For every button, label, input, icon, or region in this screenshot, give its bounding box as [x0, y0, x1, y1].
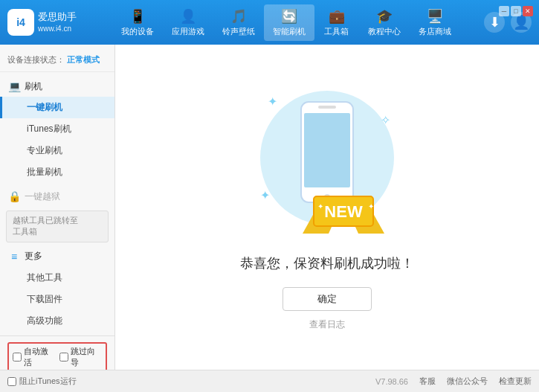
itunes-checkbox-label[interactable]: 阻止iTunes运行 [7, 376, 77, 387]
sidebar-item-other-tools[interactable]: 其他工具 [0, 267, 114, 289]
sidebar-section-more: ≡ 更多 其他工具 下载固件 高级功能 [0, 246, 114, 332]
auto-activate-option[interactable]: 自动激活 [13, 346, 55, 368]
status-bar: 设备连接状态： 正常模式 [0, 51, 114, 72]
ringtones-label: 铃声壁纸 [222, 26, 255, 37]
bottom-bar: 阻止iTunes运行 V7.98.66 客服 微信公众号 检查更新 [0, 370, 539, 392]
new-badge: NEW ✦ ✦ [303, 185, 384, 236]
logo-icon: i4 [7, 9, 34, 36]
jailbreak-notice: 越狱工具已跳转至工具箱 [6, 211, 109, 242]
status-value: 正常模式 [67, 55, 100, 64]
more-section-label: 更多 [25, 250, 42, 263]
tools-label: 工具箱 [324, 26, 349, 37]
svg-rect-2 [318, 106, 336, 109]
confirm-button[interactable]: 确定 [283, 287, 372, 311]
bottom-right: V7.98.66 客服 微信公众号 检查更新 [375, 376, 532, 387]
maximize-btn[interactable]: □ [511, 6, 521, 16]
bottom-link-wechat[interactable]: 微信公众号 [447, 376, 488, 387]
sidebar-item-download-firmware[interactable]: 下载固件 [0, 289, 114, 310]
my-device-label: 我的设备 [121, 26, 154, 37]
ringtones-icon: 🎵 [230, 8, 247, 25]
jailbreak-section-icon: 🔒 [7, 190, 21, 203]
sidebar-item-pro-flash[interactable]: 专业刷机 [0, 140, 114, 161]
itunes-label: 阻止iTunes运行 [19, 376, 77, 387]
auto-activate-checkbox[interactable] [13, 353, 22, 362]
close-btn[interactable]: ✕ [523, 6, 533, 16]
illustration: ✦ ✧ ✦ NEW [245, 83, 409, 240]
more-section-title[interactable]: ≡ 更多 [0, 246, 114, 267]
auto-guide-label: 跳过向导 [71, 346, 102, 368]
device-section: 自动激活 跳过向导 📱 iPhone 15 Pro Max 512GB iPho… [0, 335, 114, 370]
nav-tabs: 📱 我的设备 👤 应用游戏 🎵 铃声壁纸 🔄 智能刷机 💼 工具箱 🎓 [88, 4, 484, 41]
nav-tab-apps-games[interactable]: 👤 应用游戏 [163, 4, 213, 41]
sidebar-item-advanced[interactable]: 高级功能 [0, 310, 114, 332]
svg-text:NEW: NEW [324, 202, 363, 221]
auto-guide-option[interactable]: 跳过向导 [59, 346, 102, 368]
tools-icon: 💼 [329, 8, 345, 25]
nav-tab-smart-flash[interactable]: 🔄 智能刷机 [264, 4, 314, 41]
tutorials-icon: 🎓 [376, 8, 393, 25]
main-layout: 设备连接状态： 正常模式 💻 刷机 一键刷机 iTunes刷机 专业刷机 批量刷… [0, 45, 539, 370]
sidebar-item-one-click-flash[interactable]: 一键刷机 [0, 97, 114, 118]
header: i4 爱思助手 www.i4.cn 📱 我的设备 👤 应用游戏 🎵 铃声壁纸 🔄 [0, 0, 539, 45]
auto-options: 自动激活 跳过向导 [7, 342, 107, 370]
view-log-button[interactable]: 查看日志 [309, 318, 345, 331]
flash-section-label: 刷机 [25, 80, 42, 93]
svg-text:✦: ✦ [368, 202, 374, 211]
jailbreak-section-title: 🔒 一键越狱 [0, 186, 114, 207]
sidebar-section-flash: 💻 刷机 一键刷机 iTunes刷机 专业刷机 批量刷机 [0, 76, 114, 183]
service-label: 务店商域 [419, 26, 451, 37]
sidebar-section-jailbreak: 🔒 一键越狱 越狱工具已跳转至工具箱 [0, 186, 114, 242]
itunes-checkbox[interactable] [7, 377, 16, 386]
tutorials-label: 教程中心 [368, 26, 401, 37]
sparkle-1: ✦ [268, 94, 277, 109]
sidebar-item-batch-flash[interactable]: 批量刷机 [0, 161, 114, 183]
status-label: 设备连接状态： [7, 55, 65, 64]
svg-rect-1 [304, 113, 350, 187]
minimize-btn[interactable]: ─ [499, 6, 509, 16]
bottom-left: 阻止iTunes运行 [7, 376, 77, 387]
content-area: ✦ ✧ ✦ NEW [115, 45, 539, 370]
logo-text: 爱思助手 www.i4.cn [38, 11, 77, 33]
flash-section-icon: 💻 [7, 80, 21, 93]
svg-text:✦: ✦ [317, 202, 323, 211]
logo-name: 爱思助手 [38, 11, 77, 24]
service-icon: 🖥️ [427, 8, 443, 25]
jailbreak-section-label: 一键越狱 [25, 190, 60, 203]
more-section-icon: ≡ [7, 250, 21, 263]
sidebar-item-itunes-flash[interactable]: iTunes刷机 [0, 118, 114, 140]
nav-tab-ringtones[interactable]: 🎵 铃声壁纸 [213, 4, 264, 41]
logo: i4 爱思助手 www.i4.cn [7, 9, 77, 36]
sparkle-2: ✧ [381, 113, 390, 127]
auto-activate-label: 自动激活 [24, 346, 55, 368]
flash-section-title[interactable]: 💻 刷机 [0, 76, 114, 97]
nav-tab-my-device[interactable]: 📱 我的设备 [112, 4, 163, 41]
apps-games-icon: 👤 [180, 8, 196, 25]
smart-flash-label: 智能刷机 [273, 26, 306, 37]
nav-tab-service[interactable]: 🖥️ 务店商域 [410, 4, 460, 41]
success-message: 恭喜您，保资料刷机成功啦！ [240, 254, 414, 272]
version-text: V7.98.66 [375, 377, 408, 386]
auto-guide-checkbox[interactable] [59, 353, 68, 362]
bottom-link-update[interactable]: 检查更新 [499, 376, 532, 387]
bottom-link-support[interactable]: 客服 [419, 376, 436, 387]
window-controls: ─ □ ✕ [499, 6, 533, 16]
nav-tab-tutorials[interactable]: 🎓 教程中心 [359, 4, 410, 41]
my-device-icon: 📱 [129, 8, 146, 25]
sidebar: 设备连接状态： 正常模式 💻 刷机 一键刷机 iTunes刷机 专业刷机 批量刷… [0, 45, 115, 370]
nav-tab-tools[interactable]: 💼 工具箱 [314, 4, 359, 41]
logo-site: www.i4.cn [38, 24, 77, 33]
sparkle-3: ✦ [260, 188, 270, 202]
apps-games-label: 应用游戏 [172, 26, 204, 37]
smart-flash-icon: 🔄 [281, 8, 297, 25]
